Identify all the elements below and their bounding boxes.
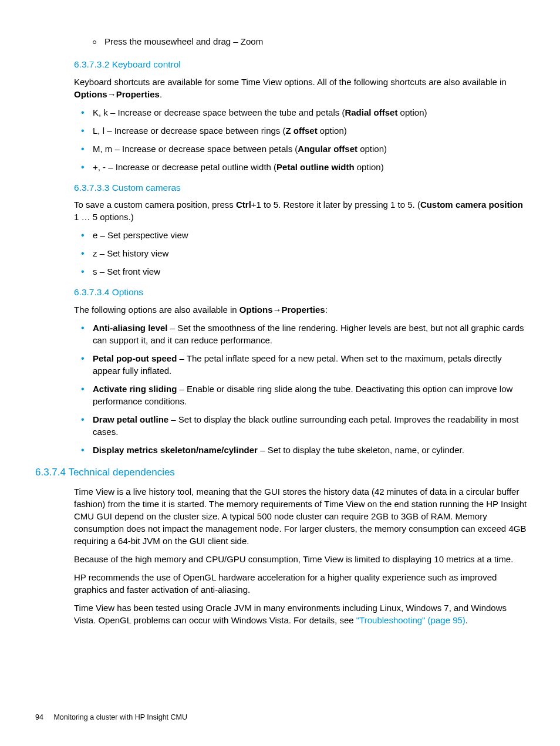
- heading-options: 6.3.7.3.4 Options: [74, 286, 528, 299]
- text-bold: Display metrics skeleton/name/cylinder: [93, 445, 258, 455]
- bullet-list: K, k – Increase or decrease space betwee…: [93, 106, 528, 173]
- footer-title: Monitoring a cluster with HP Insight CMU: [53, 713, 187, 721]
- bullet-list: e – Set perspective view z – Set history…: [93, 229, 528, 278]
- text: option): [355, 162, 384, 172]
- list-item: Draw petal outline – Set to display the …: [93, 413, 528, 438]
- paragraph: Because of the high memory and CPU/GPU c…: [74, 553, 528, 565]
- hollow-bullet-icon: [93, 40, 96, 44]
- list-item: L, l – Increase or decrease space betwee…: [93, 124, 528, 137]
- text: e – Set perspective view: [93, 230, 188, 240]
- paragraph: The following options are also available…: [74, 303, 528, 316]
- text: option): [357, 144, 387, 154]
- arrow-icon: →: [273, 305, 282, 315]
- paragraph: HP recommends the use of OpenGL hardware…: [74, 571, 528, 596]
- text: L, l – Increase or decrease space betwee…: [93, 126, 286, 136]
- list-item: +, - – Increase or decrease petal outlin…: [93, 161, 528, 173]
- text-bold: Angular offset: [298, 144, 357, 154]
- text: .: [160, 89, 162, 99]
- list-item: e – Set perspective view: [93, 229, 528, 241]
- text-bold: Petal pop-out speed: [93, 353, 177, 363]
- page-number: 94: [35, 713, 43, 721]
- page-footer: 94 Monitoring a cluster with HP Insight …: [35, 713, 187, 723]
- list-item: K, k – Increase or decrease space betwee…: [93, 106, 528, 119]
- bullet-list: Anti-aliasing level – Set the smoothness…: [93, 322, 528, 456]
- document-page: Press the mousewheel and drag – Zoom 6.3…: [35, 35, 528, 626]
- list-item: Anti-aliasing level – Set the smoothness…: [93, 322, 528, 346]
- heading-technical-dependencies: 6.3.7.4 Technical dependencies: [35, 465, 528, 480]
- heading-keyboard-control: 6.3.7.3.2 Keyboard control: [74, 58, 528, 71]
- text-bold: Properties: [282, 305, 325, 315]
- cross-reference-link[interactable]: "Troubleshooting" (page 95): [356, 615, 465, 625]
- text: .: [465, 615, 468, 625]
- heading-custom-cameras: 6.3.7.3.3 Custom cameras: [74, 181, 528, 194]
- text: K, k – Increase or decrease space betwee…: [93, 107, 345, 117]
- text: +1 to 5. Restore it later by pressing 1 …: [251, 200, 420, 210]
- text: 1 … 5 options.): [74, 212, 134, 222]
- text: z – Set history view: [93, 248, 168, 258]
- text-bold: Options: [74, 89, 107, 99]
- text-bold: Petal outline width: [276, 162, 355, 172]
- text: option): [318, 126, 347, 136]
- text-bold: Radial offset: [345, 107, 397, 117]
- paragraph: To save a custom camera position, press …: [74, 198, 528, 223]
- list-item: M, m – Increase or decrease space betwee…: [93, 143, 528, 155]
- text: Keyboard shortcuts are available for som…: [74, 77, 507, 87]
- paragraph: Keyboard shortcuts are available for som…: [74, 76, 528, 100]
- text: option): [397, 107, 427, 117]
- paragraph: Time View is a live history tool, meanin…: [74, 485, 528, 547]
- nested-list-item: Press the mousewheel and drag – Zoom: [106, 35, 528, 48]
- text-bold: Z offset: [286, 126, 318, 136]
- list-item: Activate ring sliding – Enable or disabl…: [93, 383, 528, 407]
- text-bold: Activate ring sliding: [93, 384, 177, 394]
- text-bold: Anti-aliasing level: [93, 323, 168, 333]
- text-bold: Options: [239, 305, 273, 315]
- arrow-icon: →: [107, 89, 116, 99]
- paragraph: Time View has been tested using Oracle J…: [74, 602, 528, 626]
- text: The following options are also available…: [74, 305, 239, 315]
- list-item: z – Set history view: [93, 247, 528, 259]
- text: :: [325, 305, 328, 315]
- text: M, m – Increase or decrease space betwee…: [93, 144, 298, 154]
- text: – Set to display the tube skeleton, name…: [258, 445, 464, 455]
- text-bold: Ctrl: [236, 200, 251, 210]
- list-text: Press the mousewheel and drag – Zoom: [104, 36, 263, 46]
- text-bold: Draw petal outline: [93, 414, 168, 424]
- list-item: Display metrics skeleton/name/cylinder –…: [93, 444, 528, 456]
- text: +, - – Increase or decrease petal outlin…: [93, 162, 276, 172]
- list-item: Petal pop-out speed – The petal inflate …: [93, 352, 528, 377]
- text-bold: Custom camera position: [420, 200, 523, 210]
- list-item: s – Set front view: [93, 265, 528, 278]
- text-bold: Properties: [116, 89, 160, 99]
- text: s – Set front view: [93, 266, 160, 276]
- text: To save a custom camera position, press: [74, 200, 236, 210]
